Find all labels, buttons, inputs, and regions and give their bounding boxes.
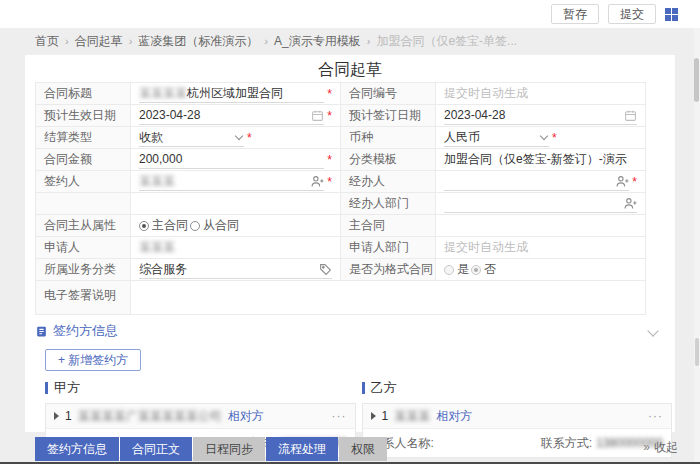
handler-dept-picker[interactable] (436, 193, 646, 215)
party-index: 1 (382, 409, 389, 423)
party-name-redacted: 某某某 (394, 408, 430, 425)
redacted-text: 某某某 (139, 173, 175, 190)
heading-bar (45, 382, 48, 394)
applicant-dept-field: 提交时自动生成 (436, 237, 646, 259)
radio-main-contract[interactable]: 主合同 (139, 217, 188, 234)
more-menu-icon[interactable]: ··· (648, 409, 663, 423)
label-handler: 经办人 (341, 171, 436, 193)
contract-title-input[interactable]: 某某某某杭州区域加盟合同 * (131, 83, 341, 105)
breadcrumb-contract-draft[interactable]: 合同起草 (75, 33, 123, 50)
signing-date-input[interactable]: 2023-04-28 (436, 105, 646, 127)
form-card: 合同起草 合同标题 某某某某杭州区域加盟合同 * 合同编号 提交时自动生成 预计… (25, 55, 675, 432)
expand-triangle-icon[interactable] (54, 412, 59, 420)
section-collapse-icon[interactable] (647, 325, 658, 336)
breadcrumb-current: 加盟合同（仅e签宝-单签... (376, 33, 517, 50)
amount-input[interactable]: 200,000 * (131, 149, 341, 171)
chevron-down-icon (235, 131, 243, 139)
scrollbar-thumb[interactable] (695, 338, 699, 366)
tab-schedule-sync[interactable]: 日程同步 (193, 437, 265, 461)
category-template-field: 加盟合同（仅e签宝-新签订）-演示 (436, 149, 646, 171)
required-mark: * (327, 175, 332, 189)
breadcrumb-separator: › (129, 35, 133, 47)
label-settlement-type: 结算类型 (36, 127, 131, 149)
expand-triangle-icon[interactable] (371, 412, 376, 420)
counterparty-link[interactable]: 相对方 (228, 408, 264, 425)
tab-process-handling[interactable]: 流程处理 (266, 437, 338, 461)
business-category-picker[interactable]: 综合服务 (131, 259, 341, 281)
calendar-icon (311, 109, 324, 122)
redacted-text: 某某某 (139, 239, 175, 256)
redacted-text: 某某某某 (139, 85, 187, 102)
breadcrumb-template[interactable]: A_演示专用模板 (274, 33, 361, 50)
radio-icon (444, 265, 454, 275)
breadcrumb-separator: › (264, 35, 268, 47)
save-draft-button[interactable]: 暂存 (551, 4, 599, 24)
person-add-icon (624, 197, 637, 210)
category-template-value: 加盟合同（仅e签宝-新签订）-演示 (444, 151, 627, 168)
label-category-template: 分类模板 (341, 149, 436, 171)
party-a-card-header: 1 某某某某广某某某某某公司 相对方 ··· (46, 404, 355, 429)
tab-contract-body[interactable]: 合同正文 (120, 437, 192, 461)
label-contract-no: 合同编号 (341, 83, 436, 105)
label-business-category: 所属业务分类 (36, 259, 131, 281)
currency-value: 人民币 (444, 129, 480, 146)
breadcrumb-group[interactable]: 蓝凌集团（标准演示） (138, 33, 258, 50)
label-effective-date: 预计生效日期 (36, 105, 131, 127)
master-contract-field[interactable] (436, 215, 646, 237)
chevron-down-icon (540, 131, 548, 139)
radio-icon (139, 221, 149, 231)
required-mark: * (327, 109, 332, 123)
tab-signing-parties[interactable]: 签约方信息 (35, 437, 119, 461)
scrollbar-thumb[interactable] (694, 58, 699, 102)
radio-icon (190, 221, 200, 231)
page-title: 合同起草 (25, 55, 675, 82)
radio-label: 主合同 (152, 217, 188, 234)
esign-note-field[interactable] (131, 281, 646, 315)
radio-sub-contract[interactable]: 从合同 (190, 217, 239, 234)
party-b-card-header: 1 某某某 相对方 ··· (363, 404, 672, 429)
required-mark: * (552, 131, 557, 145)
label-master-slave: 合同主从属性 (36, 215, 131, 237)
contract-form: 合同标题 某某某某杭州区域加盟合同 * 合同编号 提交时自动生成 预计生效日期 … (35, 82, 646, 315)
effective-date-input[interactable]: 2023-04-28 * (131, 105, 341, 127)
bottom-anchor-tabs: 签约方信息 合同正文 日程同步 流程处理 权限 (35, 437, 387, 461)
currency-select[interactable]: 人民币 * (436, 127, 646, 149)
label-esign-note: 电子签署说明 (36, 281, 131, 315)
party-a-heading: 甲方 (45, 379, 356, 397)
signing-section-title: 签约方信息 (53, 322, 118, 340)
tag-icon (319, 263, 332, 276)
handler-picker[interactable]: * (436, 171, 646, 193)
party-b-title: 乙方 (371, 379, 397, 397)
party-a-title: 甲方 (54, 379, 80, 397)
signer-picker[interactable]: 某某某 * (131, 171, 341, 193)
radio-icon (471, 265, 481, 275)
signing-date-value: 2023-04-28 (444, 108, 505, 122)
effective-date-value: 2023-04-28 (139, 108, 200, 122)
radio-label: 从合同 (203, 217, 239, 234)
counterparty-link[interactable]: 相对方 (436, 408, 472, 425)
radio-no[interactable]: 否 (471, 261, 496, 278)
add-signing-party-button[interactable]: + 新增签约方 (45, 349, 141, 371)
submit-button[interactable]: 提交 (608, 4, 656, 24)
required-mark: * (327, 153, 332, 167)
party-name-redacted: 某某某某广某某某某某公司 (78, 408, 222, 425)
tab-permissions[interactable]: 权限 (339, 437, 387, 461)
radio-yes[interactable]: 是 (444, 261, 469, 278)
settlement-type-select[interactable]: 收款 * (131, 127, 341, 149)
required-mark: * (327, 87, 332, 101)
more-menu-icon[interactable]: ··· (332, 409, 347, 423)
apps-grid-icon[interactable] (665, 8, 678, 21)
contract-draft-window: 暂存 提交 首页 › 合同起草 › 蓝凌集团（标准演示） › A_演示专用模板 … (0, 0, 700, 464)
radio-label: 否 (484, 261, 496, 278)
party-b-card: 1 某某某 相对方 ··· 联系人名称: 联系方式: 1380000000 (362, 403, 673, 458)
label-master-contract: 主合同 (341, 215, 436, 237)
person-add-icon (311, 175, 324, 188)
amount-value: 200,000 (139, 152, 182, 166)
collapse-label: 收起 (654, 440, 678, 454)
label-contract-title: 合同标题 (36, 83, 131, 105)
settlement-type-value: 收款 (139, 129, 163, 146)
contact-phone-label: 联系方式: (541, 435, 592, 452)
collapse-toggle[interactable]: »收起 (643, 439, 678, 456)
empty-value-cell (131, 193, 341, 215)
breadcrumb-home[interactable]: 首页 (35, 33, 59, 50)
